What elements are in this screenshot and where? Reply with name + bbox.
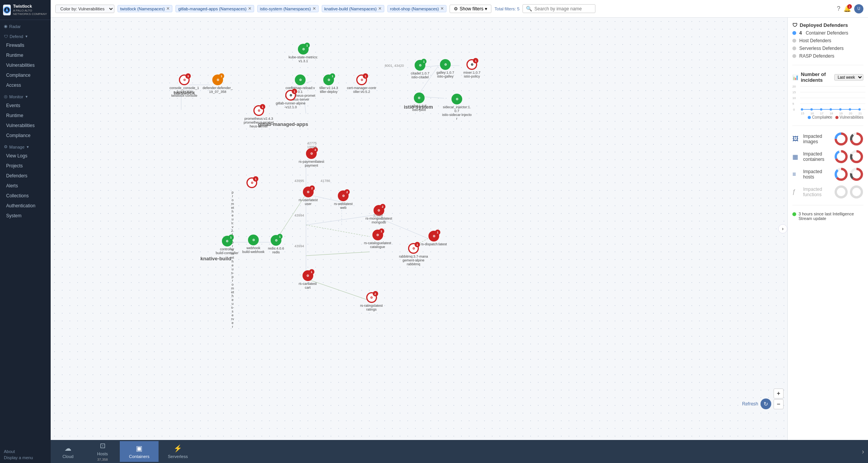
total-filters-label[interactable]: Total filters: 5	[494, 7, 519, 11]
sidebar-item-events[interactable]: Events	[0, 101, 51, 111]
impacted-section: 🖼 Impactedimages	[792, 132, 863, 199]
sidebar-section-defend[interactable]: 🛡 Defend ▼	[0, 30, 51, 40]
help-button[interactable]: ?	[837, 5, 840, 12]
filter-icon: ⚙	[454, 6, 458, 12]
close-icon[interactable]: ✕	[248, 6, 251, 11]
donut-vuln-images[interactable]	[850, 132, 863, 146]
color-by-select[interactable]: Color by: Vulnerabilities	[55, 5, 114, 13]
svg-line-10	[306, 215, 372, 225]
avatar[interactable]: U	[854, 4, 863, 13]
donut-vuln-hosts[interactable]	[850, 167, 863, 181]
tab-cloud[interactable]: ☁ Cloud	[51, 441, 85, 462]
chevron-down-icon-monitor: ▼	[25, 95, 28, 99]
sidebar-item-collections[interactable]: Collections	[0, 191, 51, 201]
donut-compliance-containers[interactable]	[834, 150, 848, 164]
display-menu-link[interactable]: Display a menu	[4, 455, 47, 460]
sidebar-item-projects[interactable]: Projects	[0, 161, 51, 171]
refresh-button[interactable]: ↻	[761, 399, 771, 409]
impacted-hosts-label: Impactedhosts	[803, 169, 831, 180]
svg-point-68	[851, 187, 862, 197]
zoom-out-button[interactable]: −	[774, 399, 784, 409]
app-name: Twistlock	[13, 4, 48, 9]
close-icon[interactable]: ✕	[166, 6, 170, 11]
chevron-down-icon-manage: ▼	[26, 145, 30, 149]
defender-container: 4 Container Defenders	[792, 30, 863, 36]
manage-label: Manage	[9, 145, 25, 149]
sidebar-item-alerts[interactable]: Alerts	[0, 181, 51, 191]
sidebar-item-firewalls[interactable]: Firewalls	[0, 40, 51, 50]
sidebar: Twistlock A PALO ALTO NETWORKS COMPANY ◉…	[0, 0, 51, 463]
svg-line-5	[304, 98, 306, 114]
close-icon[interactable]: ✕	[440, 6, 444, 11]
edge-label: 8001, 43420	[385, 64, 404, 68]
radar-label: Radar	[9, 24, 21, 29]
close-icon[interactable]: ✕	[378, 6, 382, 11]
sidebar-item-defenders[interactable]: Defenders	[0, 171, 51, 181]
donut-compliance-images[interactable]	[834, 132, 848, 146]
sidebar-item-system[interactable]: System	[0, 211, 51, 221]
hosts-count: 37,358	[97, 458, 108, 461]
sidebar-item-compliance-defend[interactable]: Compliance	[0, 70, 51, 80]
impacted-images-row: 🖼 Impactedimages	[792, 132, 863, 146]
close-icon[interactable]: ✕	[312, 6, 316, 11]
bottom-tabs: ☁ Cloud ⊡ Hosts 37,358 ▣ Containers ⚡ Se…	[51, 440, 868, 463]
node-console: ⚙ 3 console_console_19_07_358twistlock-c…	[169, 74, 200, 98]
sidebar-section-monitor[interactable]: ◎ Monitor ▼	[0, 90, 51, 101]
refresh-area: Refresh ↻	[742, 399, 771, 409]
search-icon: 🔍	[526, 6, 532, 12]
show-filters-button[interactable]: ⚙ Show filters ▾	[450, 5, 491, 13]
donut-pair-images	[834, 132, 863, 146]
edge-label: 41786	[321, 179, 330, 183]
chevron-down-icon-filters: ▾	[485, 6, 487, 12]
collapse-panel-button[interactable]: ›	[778, 224, 787, 233]
svg-point-36	[810, 108, 813, 111]
sidebar-item-vulnerabilities-monitor[interactable]: Vulnerabilities	[0, 121, 51, 131]
sidebar-section-radar[interactable]: ◉ Radar	[0, 20, 51, 30]
donut-pair-functions	[834, 185, 863, 199]
radar-canvas[interactable]: twistlock ⚙ 3 console_console_19_07_358t…	[51, 18, 787, 440]
sidebar-item-authentication[interactable]: Authentication	[0, 201, 51, 211]
deployed-defenders-section: 🛡 Deployed Defenders 4 Container Defende…	[792, 22, 863, 59]
functions-icon: ƒ	[792, 189, 800, 195]
sidebar-item-vulnerabilities-defend[interactable]: Vulnerabilities	[0, 60, 51, 70]
sidebar-item-runtime[interactable]: Runtime	[0, 50, 51, 60]
chart-month-label: Jan	[792, 115, 863, 119]
sidebar-item-access[interactable]: Access	[0, 80, 51, 90]
sidebar-item-compliance-monitor[interactable]: Compliance	[0, 131, 51, 141]
donut-compliance-hosts[interactable]	[834, 167, 848, 181]
svg-point-39	[839, 108, 842, 111]
node-prometheus: ⚙ 1 prometheus:v2.4.3prometheus-promethe…	[51, 90, 61, 101]
sidebar-item-runtime-monitor[interactable]: Runtime	[0, 111, 51, 121]
shield-panel-icon: 🛡	[792, 22, 797, 28]
node-rs-cart: ⚙ 1 rs-cartlatestcart	[299, 270, 317, 289]
monitor-label: Monitor	[9, 94, 23, 99]
svg-text:19: 19	[839, 112, 843, 115]
defender-serverless: Serverless Defenders	[792, 46, 863, 51]
containers-tab-label: Containers	[129, 454, 149, 459]
expand-button[interactable]: ›	[858, 448, 868, 456]
edge-label: 37019	[373, 213, 383, 217]
tab-serverless[interactable]: ⚡ Serverless	[159, 441, 197, 462]
edge-label: 43994	[294, 244, 304, 248]
search-input[interactable]	[534, 6, 592, 12]
about-link[interactable]: About	[4, 449, 47, 454]
serverless-icon: ⚡	[174, 444, 182, 453]
zoom-in-button[interactable]: +	[774, 389, 784, 399]
impacted-images-label: Impactedimages	[803, 134, 831, 144]
donut-compliance-functions	[834, 185, 848, 199]
node-tiller: ⚙ 1 tiller:v2.14.3tiller-deploy	[319, 74, 338, 94]
node-cert-manager: ⚙ 1 cert-manager-controller:v0.5.2	[346, 74, 377, 94]
svg-line-7	[306, 194, 342, 202]
timeframe-select[interactable]: Last week	[834, 74, 863, 81]
sidebar-section-manage[interactable]: ⚙ Manage ▼	[0, 141, 51, 151]
tab-hosts[interactable]: ⊡ Hosts 37,358	[85, 438, 120, 463]
logo-icon	[3, 5, 11, 15]
sidebar-item-view-logs[interactable]: View Logs	[0, 151, 51, 161]
svg-point-35	[801, 108, 803, 111]
tab-containers[interactable]: ▣ Containers	[120, 441, 159, 462]
svg-text:20: 20	[849, 112, 852, 115]
edge-label: 4277519955	[307, 141, 317, 149]
donut-vuln-containers[interactable]	[850, 150, 863, 164]
notification-button[interactable]: 🔔 1	[843, 5, 851, 12]
node-configmap: ⚙ configmap-reload:v0.1prometheus-promet…	[285, 74, 316, 101]
